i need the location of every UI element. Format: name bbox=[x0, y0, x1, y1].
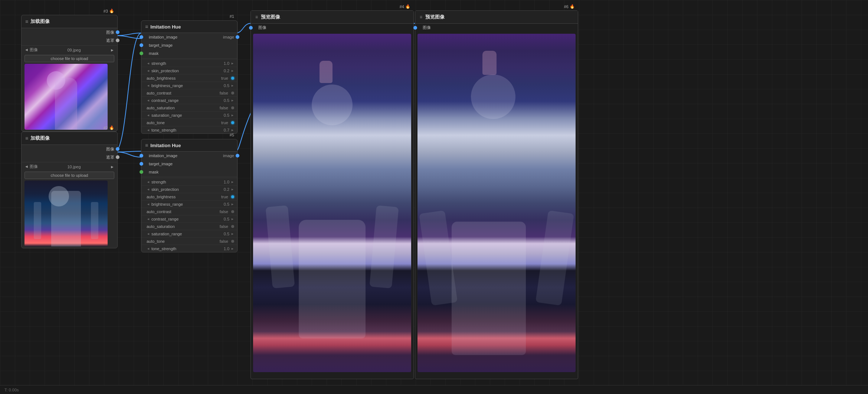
brightness-range-value-2: 0.5 bbox=[224, 202, 229, 206]
auto-saturation-toggle-1[interactable] bbox=[231, 106, 234, 109]
strength-left-arrow-1[interactable]: ◄ bbox=[147, 62, 150, 65]
tone-strength-left-2[interactable]: ◄ bbox=[147, 247, 150, 251]
file-arrow-1: ► bbox=[110, 48, 114, 52]
brightness-range-right-1[interactable]: ► bbox=[231, 84, 234, 87]
imitation-hue-header-1: ≡ Imitation Hue bbox=[141, 21, 237, 33]
auto-contrast-name-2: auto_contrast bbox=[147, 209, 220, 214]
auto-brightness-name-1: auto_brightness bbox=[147, 76, 221, 80]
strength-value-2: 1.0 bbox=[224, 180, 229, 184]
node-id-label-5: #5 bbox=[230, 133, 234, 137]
skin-prot-left-1[interactable]: ◄ bbox=[147, 69, 150, 73]
imitation-image-input-2[interactable] bbox=[140, 154, 143, 158]
strength-left-2[interactable]: ◄ bbox=[147, 180, 150, 184]
image-output-2[interactable] bbox=[236, 154, 239, 158]
saturation-range-right-1[interactable]: ► bbox=[231, 113, 234, 117]
auto-tone-toggle-1[interactable] bbox=[231, 121, 234, 124]
strength-right-2[interactable]: ► bbox=[231, 180, 234, 184]
imitation-image-input-1[interactable] bbox=[140, 35, 143, 39]
auto-contrast-toggle-1[interactable] bbox=[231, 92, 234, 95]
upload-btn-1[interactable]: choose file to upload bbox=[24, 55, 114, 62]
target-image-input-2[interactable] bbox=[140, 162, 143, 166]
auto-brightness-value-2: true bbox=[221, 195, 228, 199]
file-row-2: ◄ 图像 10.jpeg ► bbox=[22, 163, 117, 170]
saturation-range-left-1[interactable]: ◄ bbox=[147, 113, 150, 117]
image-output-1[interactable] bbox=[236, 35, 239, 39]
mask-label-2: mask bbox=[149, 170, 158, 174]
auto-brightness-toggle-2[interactable] bbox=[231, 195, 234, 198]
image-out-label-2: image bbox=[223, 153, 234, 158]
preview-port-label-4: 图像 bbox=[258, 25, 266, 30]
auto-saturation-value-1: false bbox=[220, 106, 228, 110]
image-output-port-1[interactable] bbox=[116, 30, 119, 34]
imitation-hue-title-1: Imitation Hue bbox=[150, 24, 181, 30]
tone-strength-right-2[interactable]: ► bbox=[231, 247, 234, 251]
preview-id-6: #6 🔥 bbox=[564, 4, 575, 9]
preview-port-row-6: 图像 bbox=[415, 24, 578, 32]
target-image-input-1[interactable] bbox=[140, 43, 143, 47]
saturation-range-right-2[interactable]: ► bbox=[231, 232, 234, 236]
brightness-range-left-2[interactable]: ◄ bbox=[147, 202, 150, 206]
mask-input-1[interactable] bbox=[140, 52, 143, 55]
load-image-node-2: #2 🔥 ≡ 加载图像 图像 遮罩 ◄ 图像 10.jpeg ► choose … bbox=[21, 132, 118, 248]
preview-id-label-6: #6 bbox=[564, 4, 569, 9]
menu-icon-2: ≡ bbox=[25, 135, 28, 141]
auto-tone-value-2: false bbox=[220, 239, 228, 244]
param-contrast-range-1: ◄ contrast_range 0.5 ► bbox=[141, 96, 237, 104]
param-auto-saturation-2: auto_saturation false bbox=[141, 222, 237, 230]
saturation-range-left-2[interactable]: ◄ bbox=[147, 232, 150, 236]
file-row-1: ◄ 图像 09.jpeg ► bbox=[22, 46, 117, 53]
preview-id-4: #4 🔥 bbox=[400, 4, 410, 9]
mask-output-port-2[interactable] bbox=[116, 155, 119, 159]
file-label-1: ◄ 图像 bbox=[24, 47, 38, 53]
status-time: T: 0.00s bbox=[4, 388, 19, 392]
upload-btn-2[interactable]: choose file to upload bbox=[24, 172, 114, 179]
auto-tone-toggle-2[interactable] bbox=[231, 240, 234, 243]
skin-prot-left-2[interactable]: ◄ bbox=[147, 188, 150, 191]
strength-right-arrow-1[interactable]: ► bbox=[231, 62, 234, 65]
image-out-label-1: image bbox=[223, 35, 234, 39]
saturation-range-value-2: 0.5 bbox=[224, 232, 229, 236]
preview-title-6: 预览图像 bbox=[425, 14, 445, 20]
file-label-2: ◄ 图像 bbox=[24, 164, 38, 169]
preview-image-input-6[interactable] bbox=[413, 26, 417, 30]
contrast-range-right-1[interactable]: ► bbox=[231, 99, 234, 102]
tone-strength-left-1[interactable]: ◄ bbox=[147, 128, 150, 132]
auto-contrast-name-1: auto_contrast bbox=[147, 91, 220, 95]
param-strength-1: ◄ strength 1.0 ► bbox=[141, 59, 237, 67]
auto-contrast-value-1: false bbox=[220, 91, 228, 95]
preview-id-label-4: #4 bbox=[400, 4, 404, 9]
thumbnail-1 bbox=[24, 64, 114, 130]
contrast-range-right-2[interactable]: ► bbox=[231, 217, 234, 221]
skin-prot-right-1[interactable]: ► bbox=[231, 69, 234, 73]
load-image-header-2: ≡ 加载图像 bbox=[22, 132, 117, 145]
saturation-range-name-2: saturation_range bbox=[151, 232, 224, 236]
tone-strength-right-1[interactable]: ► bbox=[231, 128, 234, 132]
tone-strength-value-2: 1.0 bbox=[224, 246, 229, 251]
brightness-range-right-2[interactable]: ► bbox=[231, 202, 234, 206]
auto-saturation-name-2: auto_saturation bbox=[147, 224, 220, 229]
skin-protection-name-1: skin_protection bbox=[151, 69, 224, 73]
node-id-5: #5 bbox=[230, 133, 234, 137]
auto-contrast-toggle-2[interactable] bbox=[231, 210, 234, 213]
brightness-range-left-1[interactable]: ◄ bbox=[147, 84, 150, 87]
file-value-1: 09.jpeg bbox=[67, 48, 81, 52]
preview-image-input-4[interactable] bbox=[249, 26, 253, 30]
mask-input-2[interactable] bbox=[140, 170, 143, 174]
contrast-range-left-1[interactable]: ◄ bbox=[147, 99, 150, 102]
thumbnail-2 bbox=[24, 181, 114, 246]
contrast-range-left-2[interactable]: ◄ bbox=[147, 217, 150, 221]
mask-output-port-1[interactable] bbox=[116, 39, 119, 42]
skin-prot-right-2[interactable]: ► bbox=[231, 188, 234, 191]
auto-saturation-toggle-2[interactable] bbox=[231, 225, 234, 228]
param-auto-contrast-1: auto_contrast false bbox=[141, 89, 237, 96]
preview-port-row-4: 图像 bbox=[251, 24, 413, 32]
port-row-mask-1: 遮罩 bbox=[22, 36, 117, 44]
load-image-node-1: #3 🔥 ≡ 加载图像 图像 遮罩 ◄ 图像 09.jpeg ► choose … bbox=[21, 15, 118, 132]
saturation-range-value-1: 0.5 bbox=[224, 113, 229, 117]
auto-brightness-toggle-1[interactable] bbox=[231, 77, 234, 80]
param-saturation-range-1: ◄ saturation_range 0.5 ► bbox=[141, 111, 237, 119]
skin-protection-value-1: 0.2 bbox=[224, 69, 229, 73]
image-output-port-2[interactable] bbox=[116, 147, 119, 151]
param-auto-contrast-2: auto_contrast false bbox=[141, 208, 237, 215]
file-value-2: 10.jpeg bbox=[67, 165, 81, 169]
